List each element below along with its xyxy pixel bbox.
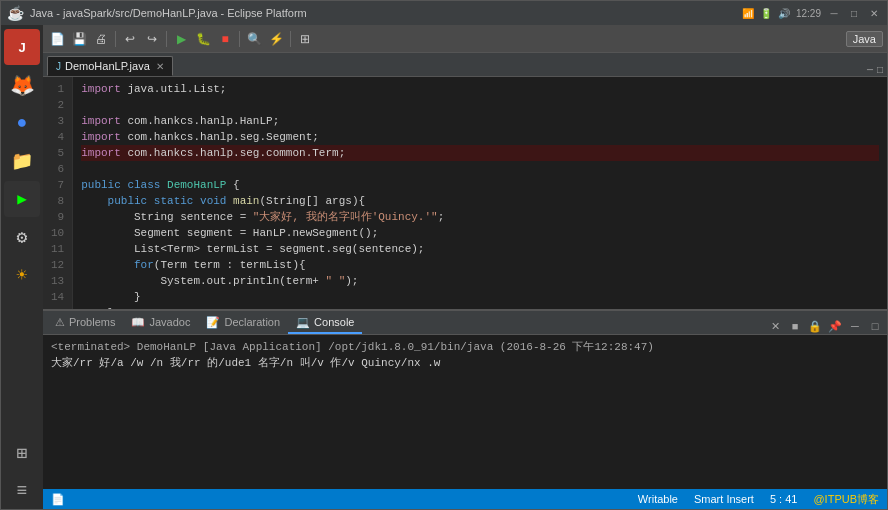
problems-tab[interactable]: ⚠ Problems [47, 312, 123, 334]
problems-label: Problems [69, 316, 115, 328]
stop-button[interactable]: ■ [215, 29, 235, 49]
main-content: 📄 💾 🖨 ↩ ↪ ▶ 🐛 ■ 🔍 ⚡ ⊞ Java [43, 25, 887, 509]
undo-button[interactable]: ↩ [120, 29, 140, 49]
sidebar-terminal-icon[interactable]: ▶ [4, 181, 40, 217]
code-text[interactable]: import java.util.List; import com.hankcs… [73, 77, 887, 309]
sidebar-files-icon[interactable]: 📁 [4, 143, 40, 179]
code-line-12: for(Term term : termList){ [81, 257, 879, 273]
tab-right-controls: ─ □ [867, 65, 883, 76]
battery-icon: 🔋 [760, 8, 772, 19]
console-label: Console [314, 316, 354, 328]
scroll-lock-button[interactable]: 🔒 [807, 318, 823, 334]
console-icon: 💻 [296, 316, 310, 329]
bottom-tab-bar: ⚠ Problems 📖 Javadoc 📝 Declaration 💻 Con… [43, 311, 887, 335]
window-title-icon: ☕ [7, 5, 24, 21]
sidebar-chromium-icon[interactable]: ● [4, 105, 40, 141]
code-line-1: import java.util.List; [81, 81, 879, 97]
toolbar: 📄 💾 🖨 ↩ ↪ ▶ 🐛 ■ 🔍 ⚡ ⊞ Java [43, 25, 887, 53]
smart-insert-status: Smart Insert [694, 493, 754, 505]
javadoc-label: Javadoc [149, 316, 190, 328]
sidebar-eclipse-icon[interactable]: ☀ [4, 257, 40, 293]
sidebar-bottom1-icon[interactable]: ⊞ [4, 435, 40, 471]
sep1 [115, 31, 116, 47]
save-button[interactable]: 💾 [69, 29, 89, 49]
writable-status: Writable [638, 493, 678, 505]
minimize-editor-button[interactable]: ─ [867, 65, 873, 76]
main-window: ☕ Java - javaSpark/src/DemoHanLP.java - … [0, 0, 888, 510]
close-button[interactable]: ✕ [867, 6, 881, 20]
console-output-line: 大家/rr 好/a /w /n 我/rr 的/ude1 名字/n 叫/v 作/v… [51, 355, 879, 371]
refactor-button[interactable]: ⚡ [266, 29, 286, 49]
clear-console-button[interactable]: ✕ [767, 318, 783, 334]
print-button[interactable]: 🖨 [91, 29, 111, 49]
code-line-4: import com.hankcs.hanlp.seg.Segment; [81, 129, 879, 145]
code-line-14: } [81, 289, 879, 305]
code-line-8: public static void main(String[] args){ [81, 193, 879, 209]
minimize-bottom-button[interactable]: ─ [847, 318, 863, 334]
sep4 [290, 31, 291, 47]
minimize-button[interactable]: ─ [827, 6, 841, 20]
sep2 [166, 31, 167, 47]
bottom-panel: ⚠ Problems 📖 Javadoc 📝 Declaration 💻 Con… [43, 309, 887, 489]
cursor-position: 5 : 41 [770, 493, 798, 505]
wifi-icon: 📶 [742, 8, 754, 19]
brand-label: @ITPUB博客 [813, 492, 879, 507]
declaration-label: Declaration [224, 316, 280, 328]
code-line-6 [81, 161, 879, 177]
javadoc-icon: 📖 [131, 316, 145, 329]
new-button[interactable]: 📄 [47, 29, 67, 49]
bottom-tab-controls: ✕ ■ 🔒 📌 ─ □ [767, 318, 883, 334]
tab-filename: DemoHanLP.java [65, 60, 150, 72]
perspective-button[interactable]: ⊞ [295, 29, 315, 49]
maximize-bottom-button[interactable]: □ [867, 318, 883, 334]
window-controls: 📶 🔋 🔊 12:29 ─ □ ✕ [742, 6, 881, 20]
code-line-5: import com.hankcs.hanlp.seg.common.Term; [81, 145, 879, 161]
debug-button[interactable]: 🐛 [193, 29, 213, 49]
declaration-tab[interactable]: 📝 Declaration [198, 312, 288, 334]
console-output: <terminated> DemoHanLP [Java Application… [43, 335, 887, 489]
line-numbers: 12345 678910 1112131415 16 [43, 77, 73, 309]
sidebar: J 🦊 ● 📁 ▶ ⚙ ☀ ⊞ ≡ [1, 25, 43, 509]
code-editor[interactable]: 12345 678910 1112131415 16 import java.u… [43, 77, 887, 309]
console-tab[interactable]: 💻 Console [288, 312, 362, 334]
console-terminated-line: <terminated> DemoHanLP [Java Application… [51, 339, 879, 355]
pin-button[interactable]: 📌 [827, 318, 843, 334]
problems-icon: ⚠ [55, 316, 65, 329]
sep3 [239, 31, 240, 47]
tab-close-button[interactable]: ✕ [156, 61, 164, 72]
declaration-icon: 📝 [206, 316, 220, 329]
run-button[interactable]: ▶ [171, 29, 191, 49]
code-line-9: String sentence = "大家好, 我的名字叫作'Quincy.'"… [81, 209, 879, 225]
code-line-7: public class DemoHanLP { [81, 177, 879, 193]
sidebar-firefox-icon[interactable]: 🦊 [4, 67, 40, 103]
window-title-bar: ☕ Java - javaSpark/src/DemoHanLP.java - … [1, 1, 887, 25]
status-bar: 📄 Writable Smart Insert 5 : 41 @ITPUB博客 [43, 489, 887, 509]
java-perspective-label: Java [846, 31, 883, 47]
sidebar-settings-icon[interactable]: ⚙ [4, 219, 40, 255]
status-right: Writable Smart Insert 5 : 41 @ITPUB博客 [638, 492, 879, 507]
java-file-icon: J [56, 61, 61, 72]
volume-icon: 🔊 [778, 8, 790, 19]
redo-button[interactable]: ↪ [142, 29, 162, 49]
status-left: 📄 [51, 493, 65, 506]
maximize-button[interactable]: □ [847, 6, 861, 20]
sidebar-bottom2-icon[interactable]: ≡ [4, 473, 40, 509]
terminate-button[interactable]: ■ [787, 318, 803, 334]
code-line-3: import com.hankcs.hanlp.HanLP; [81, 113, 879, 129]
editor-container: J DemoHanLP.java ✕ ─ □ 12345 678910 1112… [43, 53, 887, 309]
sidebar-java-icon[interactable]: J [4, 29, 40, 65]
javadoc-tab[interactable]: 📖 Javadoc [123, 312, 198, 334]
maximize-editor-button[interactable]: □ [877, 65, 883, 76]
window-title-text: Java - javaSpark/src/DemoHanLP.java - Ec… [30, 7, 307, 19]
code-line-13: System.out.println(term+ " "); [81, 273, 879, 289]
code-line-2 [81, 97, 879, 113]
code-line-10: Segment segment = HanLP.newSegment(); [81, 225, 879, 241]
status-icon: 📄 [51, 493, 65, 506]
clock: 12:29 [796, 8, 821, 19]
code-line-11: List<Term> termList = segment.seg(senten… [81, 241, 879, 257]
search-button[interactable]: 🔍 [244, 29, 264, 49]
editor-tab-demohanlp[interactable]: J DemoHanLP.java ✕ [47, 56, 173, 76]
editor-tab-bar: J DemoHanLP.java ✕ ─ □ [43, 53, 887, 77]
